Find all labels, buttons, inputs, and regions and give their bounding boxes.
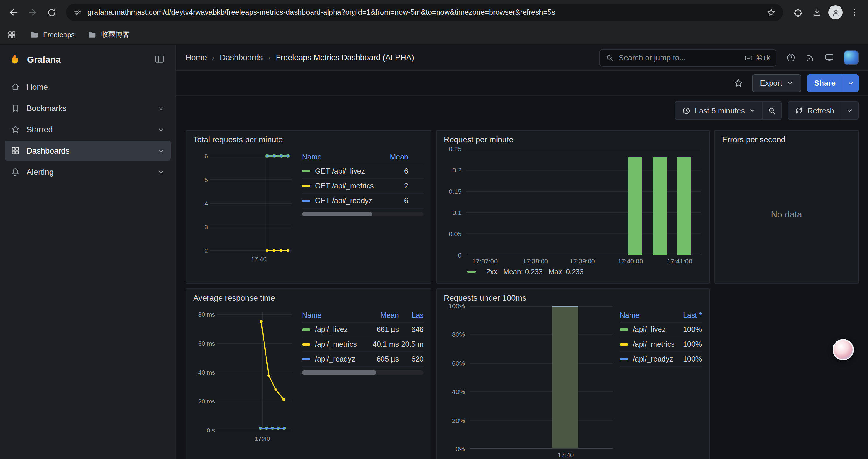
help-button[interactable] [786,53,796,63]
extensions-button[interactable] [789,4,807,21]
refresh-interval-button[interactable] [841,101,859,120]
panel-average-response-time: Average response time 8 [186,288,431,459]
average-response-chart: 80 ms 60 ms 40 ms 20 ms 0 s [193,306,295,459]
folder-icon [88,30,97,39]
bar-100pct[interactable] [553,306,579,448]
series-color-chip[interactable] [302,343,310,346]
breadcrumb-home[interactable]: Home [186,53,207,62]
empty-grid-area [714,288,859,459]
sidebar-item-alerting[interactable]: Alerting [5,162,171,182]
sidebar-item-starred[interactable]: Starred [5,119,171,139]
forward-button[interactable] [24,4,41,21]
sidebar-item-home[interactable]: Home [5,77,171,97]
dock-menu-button[interactable] [152,52,167,67]
series-name[interactable]: /api/_metrics [315,340,362,349]
url-bar[interactable]: grafana.mathmast.com/d/deytv4rwavabkb/fr… [66,4,783,21]
chevron-down-icon[interactable] [157,147,165,155]
zoom-out-button[interactable] [763,101,782,120]
series-name[interactable]: GET /api/_livez [315,167,375,175]
chevron-down-icon[interactable] [157,168,165,176]
downloads-button[interactable] [808,4,826,21]
panel-title[interactable]: Average response time [186,289,431,304]
series-name[interactable]: /api/_readyz [315,355,362,363]
panel-request-per-minute: Request per minute 0.25 0.2 0.15 0.1 0.0… [436,130,710,284]
grafana-header: Home › Dashboards › Freeleaps Metrics Da… [176,45,868,71]
legend-header-mean[interactable]: Mean [375,153,408,161]
panel-title[interactable]: Errors per second [715,131,858,145]
series-name[interactable]: /api/_livez [315,326,362,334]
legend-header-name[interactable]: Name [302,153,375,161]
grafana-sidebar: Grafana Home Bookmarks Starred [0,45,176,459]
browser-menu-button[interactable] [845,4,863,21]
assistant-avatar[interactable] [833,339,854,360]
export-button[interactable]: Export [752,74,801,92]
series-color-chip[interactable] [302,358,310,360]
series-color-chip[interactable] [620,343,628,346]
series-mean: 40.1 ms [362,340,399,349]
news-button[interactable] [805,53,815,62]
series-name[interactable]: /api/_livez [633,326,675,334]
back-button[interactable] [5,4,23,21]
help-icon [786,53,796,63]
legend-row: /api/_metrics 100% [620,337,702,352]
legend-header-last[interactable]: Last * [675,311,702,319]
bookmark-star-icon[interactable] [766,8,776,17]
series-color-chip[interactable] [620,328,628,331]
reload-icon [46,7,56,18]
series-name[interactable]: 2xx [486,268,497,276]
home-icon [11,82,20,92]
legend-scrollbar[interactable] [302,370,424,374]
search-input[interactable]: Search or jump to... ⌘+k [599,49,776,66]
series-color-chip[interactable] [302,170,310,172]
chevron-down-icon[interactable] [157,126,165,133]
series-color-chip[interactable] [302,328,310,331]
panel-requests-under-100ms: Requests under 100ms 100% 80% 60% 40% [436,288,710,459]
series-color-chip[interactable] [302,200,310,202]
refresh-button[interactable]: Refresh [788,101,841,120]
legend-table: Name Mean Las /api/_livez 661 µs 646 [302,306,424,459]
chevron-down-icon[interactable] [157,104,165,112]
bar-2xx[interactable] [653,156,667,255]
site-info-icon[interactable] [73,8,82,17]
sidebar-item-dashboards[interactable]: Dashboards [5,140,171,161]
bookmark-folder-blogs[interactable]: 收藏博客 [88,30,130,40]
series-name[interactable]: /api/_readyz [633,355,675,363]
series-name[interactable]: GET /api/_readyz [315,197,375,205]
profile-avatar[interactable] [827,4,844,21]
series-color-chip[interactable] [302,185,310,187]
bookmark-label: 收藏博客 [101,30,130,40]
legend-header-name[interactable]: Name [620,311,675,319]
legend-header-name[interactable]: Name [302,311,362,319]
kiosk-button[interactable] [824,53,834,63]
legend-header-mean[interactable]: Mean [362,311,399,319]
breadcrumb-dashboards[interactable]: Dashboards [220,53,263,62]
svg-text:0 s: 0 s [207,427,215,434]
legend-header-last[interactable]: Las [399,311,424,319]
favorite-star-button[interactable] [731,75,747,91]
share-menu-button[interactable] [843,74,859,92]
bar-2xx[interactable] [628,156,642,255]
apps-grid-icon[interactable] [7,30,17,39]
reload-button[interactable] [42,4,60,21]
series-color-chip[interactable] [620,358,628,360]
series-name[interactable]: GET /api/_metrics [315,182,375,190]
time-range-picker[interactable]: Last 5 minutes [675,101,763,120]
bar-2xx[interactable] [677,156,692,255]
browser-toolbar: grafana.mathmast.com/d/deytv4rwavabkb/fr… [0,0,868,25]
series-color-chip[interactable] [467,270,476,273]
share-button[interactable]: Share [807,74,843,92]
sidebar-item-bookmarks[interactable]: Bookmarks [5,98,171,118]
brand-name: Grafana [27,54,146,64]
scrollbar-thumb[interactable] [302,212,373,216]
panel-title[interactable]: Requests under 100ms [437,289,709,304]
panel-title[interactable]: Request per minute [437,131,709,145]
user-avatar[interactable] [844,50,859,65]
series-name[interactable]: /api/_metrics [633,340,675,349]
url-text[interactable]: grafana.mathmast.com/d/deytv4rwavabkb/fr… [88,8,761,17]
chevron-down-icon [846,107,853,114]
bookmark-folder-freeleaps[interactable]: Freeleaps [30,30,75,39]
scrollbar-thumb[interactable] [302,370,376,374]
panel-title[interactable]: Total requests per minute [186,131,431,145]
legend-scrollbar[interactable] [302,212,424,216]
rss-icon [805,53,815,62]
